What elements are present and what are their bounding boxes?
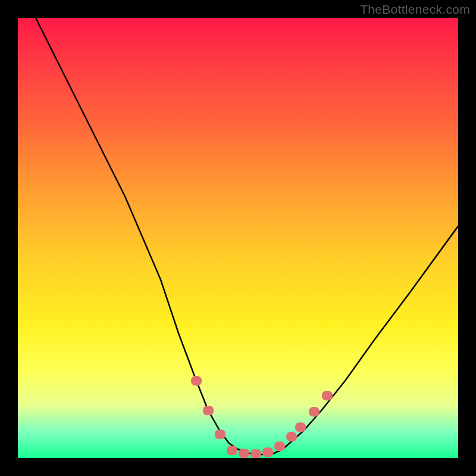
chart-svg bbox=[18, 18, 458, 458]
curve-marker bbox=[191, 376, 202, 386]
curve-marker bbox=[274, 441, 285, 451]
bottleneck-curve bbox=[36, 18, 458, 455]
curve-marker bbox=[309, 407, 320, 416]
curve-marker bbox=[239, 449, 249, 458]
curve-marker bbox=[203, 406, 214, 415]
chart-frame: TheBottleneck.com bbox=[0, 0, 476, 476]
curve-marker bbox=[295, 422, 306, 432]
curve-marker bbox=[322, 391, 333, 400]
curve-marker bbox=[262, 447, 273, 457]
watermark-text: TheBottleneck.com bbox=[360, 2, 470, 17]
curve-marker bbox=[215, 430, 226, 439]
curve-marker bbox=[286, 432, 297, 441]
curve-marker bbox=[250, 449, 261, 458]
curve-marker bbox=[227, 446, 237, 455]
chart-plot-area bbox=[18, 18, 458, 458]
